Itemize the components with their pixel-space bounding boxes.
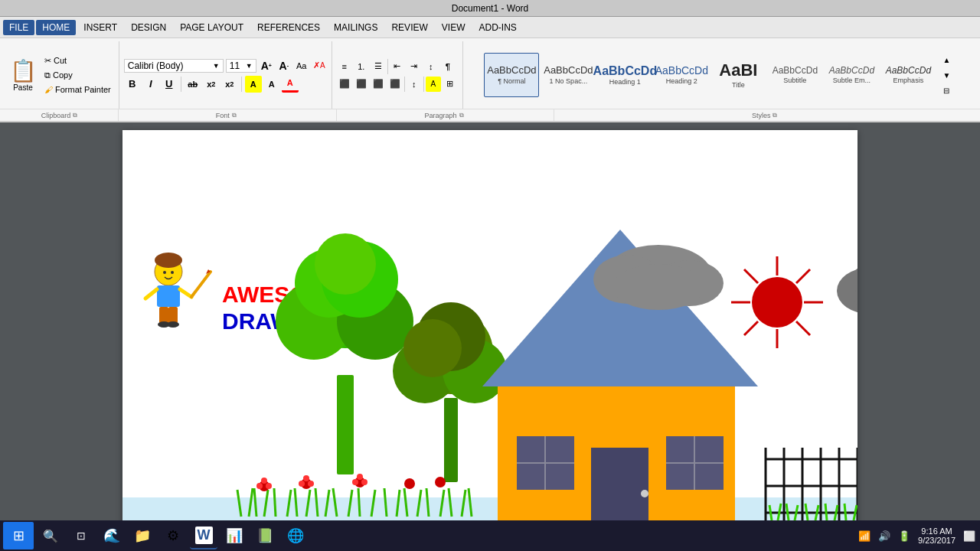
- subscript-button[interactable]: x2: [203, 76, 220, 93]
- style-no-spacing[interactable]: AaBbCcDd 1 No Spac...: [541, 53, 596, 97]
- strikethrough-button[interactable]: ab: [185, 76, 201, 93]
- excel-button[interactable]: 📗: [251, 522, 279, 549]
- title-text: Document1 - Word: [452, 3, 528, 14]
- powerpoint-button[interactable]: 📊: [220, 522, 248, 549]
- document-page[interactable]: AWESOME DRAWING: [122, 130, 858, 534]
- style-subtitle[interactable]: AaBbCcDd Subtitle: [767, 53, 822, 97]
- styles-scroll-up[interactable]: ▲: [939, 52, 954, 67]
- styles-scroll-down[interactable]: ▼: [939, 67, 954, 83]
- clear-format-button[interactable]: ✗A: [312, 58, 327, 73]
- menu-page-layout[interactable]: PAGE LAYOUT: [174, 20, 250, 35]
- cut-button[interactable]: ✂ Cut: [41, 54, 114, 67]
- character-shading-button[interactable]: A: [263, 76, 280, 93]
- font-label[interactable]: Font ⧉: [119, 109, 337, 121]
- italic-button[interactable]: I: [142, 76, 159, 93]
- font-family-selector[interactable]: Calibri (Body) ▼: [124, 59, 224, 73]
- shading-button[interactable]: A: [426, 77, 441, 92]
- align-center-button[interactable]: ⬛: [354, 77, 369, 92]
- menu-design[interactable]: DESIGN: [125, 20, 172, 35]
- svg-point-3: [155, 253, 182, 268]
- tray-battery[interactable]: 🔋: [897, 528, 912, 543]
- tray-network[interactable]: 📶: [857, 528, 872, 543]
- increase-indent-button[interactable]: ⇥: [407, 59, 422, 74]
- numbering-button[interactable]: 1.: [354, 59, 369, 74]
- edge-button[interactable]: 🌊: [98, 522, 126, 549]
- styles-expand-icon[interactable]: ⧉: [770, 111, 779, 120]
- search-button[interactable]: 🔍: [37, 522, 64, 549]
- task-view-button[interactable]: ⊡: [67, 522, 95, 549]
- bullets-button[interactable]: ≡: [337, 59, 352, 74]
- font-color-button[interactable]: A: [282, 76, 299, 93]
- svg-point-122: [299, 481, 305, 487]
- svg-point-117: [435, 477, 446, 487]
- style-title[interactable]: AaBI Title: [710, 53, 766, 97]
- align-left-button[interactable]: ⬛: [337, 77, 352, 92]
- line-spacing-button[interactable]: ↕: [407, 77, 422, 92]
- svg-point-23: [315, 233, 376, 295]
- font-grow-button[interactable]: A+: [259, 58, 274, 73]
- menu-references[interactable]: REFERENCES: [251, 20, 326, 35]
- multilevel-list-button[interactable]: ☰: [371, 59, 386, 74]
- clipboard-area: 📋 Paste ✂ Cut ⧉ Copy 🖌: [8, 54, 114, 96]
- paragraph-row2: ⬛ ⬛ ⬛ ⬛ ↕ A ⊞: [337, 77, 458, 92]
- chrome-button[interactable]: 🌐: [282, 522, 309, 549]
- powerpoint-icon: 📊: [226, 527, 243, 544]
- svg-point-124: [357, 474, 363, 480]
- underline-button[interactable]: U: [161, 76, 178, 93]
- style-heading1[interactable]: AaBbCcDd Heading 1: [597, 53, 652, 97]
- bold-button[interactable]: B: [124, 76, 141, 93]
- menu-review[interactable]: REVIEW: [385, 20, 433, 35]
- file-explorer-button[interactable]: 📁: [129, 522, 156, 549]
- style-subtle-emphasis[interactable]: AaBbCcDd Subtle Em...: [824, 53, 879, 97]
- align-right-button[interactable]: ⬛: [371, 77, 386, 92]
- copy-button[interactable]: ⧉ Copy: [41, 68, 114, 82]
- style-heading2[interactable]: AaBbCcDd Heading 2: [654, 53, 709, 97]
- svg-point-123: [308, 481, 314, 487]
- styles-more[interactable]: ⊟: [939, 83, 954, 98]
- text-highlight-button[interactable]: A: [245, 76, 262, 93]
- svg-rect-1: [122, 497, 858, 520]
- decrease-indent-button[interactable]: ⇤: [390, 59, 405, 74]
- paragraph-expand-icon[interactable]: ⧉: [457, 111, 466, 120]
- menu-file[interactable]: FILE: [3, 20, 34, 35]
- paste-button[interactable]: 📋 Paste: [8, 54, 38, 96]
- show-hide-button[interactable]: ¶: [440, 59, 456, 74]
- paragraph-label[interactable]: Paragraph ⧉: [337, 109, 555, 121]
- justify-button[interactable]: ⬛: [387, 77, 403, 92]
- styles-group: AaBbCcDd ¶ Normal AaBbCcDd 1 No Spac... …: [463, 41, 977, 109]
- format-painter-button[interactable]: 🖌 Format Painter: [41, 83, 114, 96]
- paragraph-row1: ≡ 1. ☰ ⇤ ⇥ ↕ ¶: [337, 59, 458, 74]
- svg-point-39: [641, 490, 648, 497]
- show-desktop-button[interactable]: ⬜: [962, 528, 977, 543]
- settings-button[interactable]: ⚙: [159, 522, 187, 549]
- style-normal[interactable]: AaBbCcDd ¶ Normal: [484, 53, 539, 97]
- borders-button[interactable]: ⊞: [443, 77, 458, 92]
- menu-insert[interactable]: INSERT: [77, 20, 123, 35]
- change-case-button[interactable]: Aa: [294, 58, 309, 73]
- svg-point-29: [403, 319, 462, 377]
- superscript-button[interactable]: x2: [221, 76, 238, 93]
- svg-point-119: [256, 483, 263, 489]
- menu-view[interactable]: VIEW: [436, 20, 472, 35]
- sort-button[interactable]: ↕: [423, 59, 439, 74]
- document-area: AWESOME DRAWING: [0, 122, 980, 534]
- clipboard-label[interactable]: Clipboard ⧉: [3, 109, 119, 121]
- word-taskbar-button[interactable]: W: [190, 522, 217, 549]
- styles-label[interactable]: Styles ⧉: [554, 109, 977, 121]
- clipboard-expand-icon[interactable]: ⧉: [70, 111, 80, 120]
- start-button[interactable]: ⊞: [3, 522, 34, 549]
- font-expand-icon[interactable]: ⧉: [230, 111, 239, 120]
- menu-home[interactable]: HOME: [36, 20, 76, 35]
- excel-icon: 📗: [256, 527, 273, 544]
- font-shrink-button[interactable]: A-: [276, 58, 292, 73]
- style-emphasis[interactable]: AaBbCcDd Emphasis: [880, 53, 936, 97]
- tray-volume[interactable]: 🔊: [877, 528, 892, 543]
- menu-mailings[interactable]: MAILINGS: [328, 20, 384, 35]
- copy-icon: ⧉: [44, 70, 51, 80]
- clock[interactable]: 9:16 AM 9/23/2017: [918, 527, 956, 545]
- menu-addins[interactable]: ADD-INS: [472, 20, 522, 35]
- font-size-selector[interactable]: 11 ▼: [226, 59, 256, 73]
- paragraph-area: ≡ 1. ☰ ⇤ ⇥ ↕ ¶ ⬛ ⬛ ⬛ ⬛: [337, 59, 458, 92]
- tray-icons: 📶 🔊 🔋: [857, 528, 912, 543]
- svg-point-116: [404, 478, 415, 489]
